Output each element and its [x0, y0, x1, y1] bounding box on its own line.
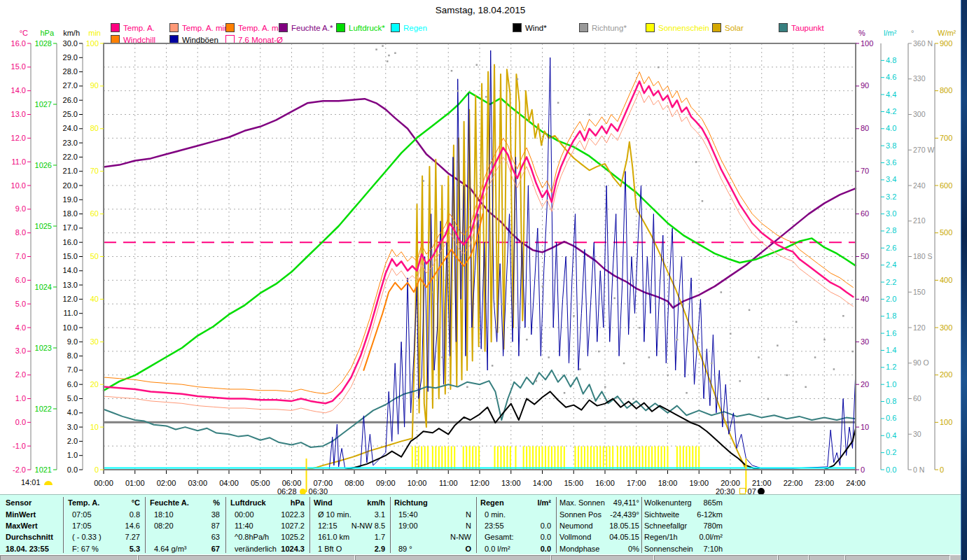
svg-text:100: 100 [861, 39, 873, 48]
svg-text:min: min [88, 29, 101, 37]
svg-text:0.2: 0.2 [886, 448, 896, 456]
table-cell-value: N [401, 510, 471, 519]
svg-text:70: 70 [861, 167, 869, 175]
info-value: 49,411° [569, 498, 639, 507]
svg-text:4.0: 4.0 [886, 124, 896, 132]
axis-°: 0 N306090 O120150180 S210240270 W3003303… [908, 29, 934, 474]
svg-text:16.0: 16.0 [63, 238, 78, 246]
info-value: 780m [653, 522, 723, 530]
svg-text:40: 40 [90, 295, 99, 303]
svg-text:18:00: 18:00 [658, 479, 678, 487]
table-row-label: Sensor [6, 498, 32, 507]
table-cell-value: 1022.3 [235, 510, 305, 519]
svg-text:240: 240 [913, 181, 926, 190]
info-value: 6-12km [653, 510, 723, 519]
table-cell-value: N-NW 8.5 [315, 522, 385, 530]
svg-text:05:00: 05:00 [251, 479, 270, 487]
svg-text:330: 330 [913, 74, 926, 83]
svg-text:9.0: 9.0 [15, 204, 26, 213]
svg-text:17:00: 17:00 [627, 479, 646, 487]
svg-text:24.0: 24.0 [63, 124, 78, 132]
svg-text:-2.0: -2.0 [13, 465, 26, 474]
svg-text:25.0: 25.0 [63, 110, 78, 118]
svg-text:90 O: 90 O [913, 358, 929, 367]
info-value: 18.05.15 [569, 522, 639, 530]
series-windb-en [329, 50, 856, 470]
svg-text:0: 0 [861, 465, 865, 474]
svg-text:08:00: 08:00 [345, 479, 364, 487]
svg-text:1.2: 1.2 [886, 363, 896, 371]
stats-table: SensorMinWertMaxWertDurchschnitt18.04. 2… [0, 494, 961, 555]
svg-text:11.0: 11.0 [11, 158, 26, 166]
table-row-label: MinWert [6, 510, 36, 519]
svg-text:10: 10 [90, 423, 99, 431]
table-cell-value: 1024.3 [235, 545, 305, 553]
table-cell-value: 14.6 [70, 522, 140, 530]
x-axis: 00:0001:0002:0003:0004:0005:0006:0007:00… [94, 470, 865, 487]
table-cell-value: 0.0 [481, 533, 551, 541]
svg-text:10.0: 10.0 [11, 181, 26, 190]
status-segment [0, 555, 138, 560]
svg-text:04:00: 04:00 [219, 479, 239, 487]
svg-text:270 W: 270 W [913, 146, 934, 154]
svg-text:11.0: 11.0 [63, 309, 78, 317]
table-cell-value: 1025.2 [235, 533, 305, 541]
table-cell-value: 0.8 [70, 510, 140, 519]
axis-°C: -2.0-1.00.01.02.03.04.05.06.07.08.09.010… [11, 29, 31, 474]
svg-text:l/m²: l/m² [884, 29, 897, 37]
table-group-unit: l/m² [481, 498, 551, 507]
svg-text:12.0: 12.0 [63, 295, 78, 303]
svg-text:1.4: 1.4 [886, 346, 896, 354]
svg-text:km/h: km/h [63, 29, 80, 37]
status-segment [551, 555, 654, 560]
svg-text:400: 400 [940, 276, 952, 284]
svg-text:1027: 1027 [35, 100, 52, 108]
svg-text:1.6: 1.6 [886, 329, 896, 337]
svg-text:19:00: 19:00 [689, 479, 709, 487]
svg-text:7.0: 7.0 [15, 252, 26, 260]
svg-text:7.0: 7.0 [67, 365, 78, 374]
svg-text:3.6: 3.6 [886, 158, 896, 167]
svg-text:5.0: 5.0 [15, 300, 26, 308]
weather-chart: -2.0-1.00.01.02.03.04.05.06.07.08.09.010… [0, 0, 967, 493]
svg-text:360 N: 360 N [913, 39, 933, 48]
svg-text:24:00: 24:00 [846, 479, 865, 487]
table-cell-value: 3.1 [315, 510, 385, 519]
svg-text:17.0: 17.0 [63, 223, 78, 232]
svg-text:14.0: 14.0 [63, 266, 78, 274]
svg-text:15.0: 15.0 [11, 62, 26, 71]
svg-text:2.6: 2.6 [886, 244, 896, 252]
svg-text:120: 120 [913, 323, 926, 332]
svg-text:3.0: 3.0 [886, 209, 896, 218]
svg-text:3.8: 3.8 [886, 141, 896, 150]
table-group-unit: km/h [315, 498, 385, 507]
table-separator [476, 497, 478, 553]
table-group-unit: °C [70, 498, 140, 507]
svg-text:1025: 1025 [35, 222, 52, 230]
axis-kmh: 0.01.02.03.04.05.06.07.08.09.010.011.012… [63, 29, 83, 474]
table-cell-value: 2.9 [315, 545, 385, 553]
info-value: 0% [569, 545, 639, 553]
svg-text:16.0: 16.0 [11, 39, 26, 48]
svg-text:23:00: 23:00 [814, 479, 834, 487]
svg-text:80: 80 [861, 124, 869, 132]
day-length-label: 14:01 [21, 478, 41, 486]
svg-text:13.0: 13.0 [63, 281, 78, 289]
svg-text:1.0: 1.0 [886, 380, 896, 388]
svg-text:100: 100 [86, 39, 99, 48]
svg-text:1028: 1028 [35, 39, 52, 48]
svg-text:21.0: 21.0 [63, 167, 78, 175]
svg-text:0: 0 [95, 465, 99, 474]
svg-text:2.0: 2.0 [67, 437, 78, 445]
table-separator [309, 497, 311, 553]
svg-text:1022: 1022 [35, 405, 52, 413]
table-cell-time: 0 min. [485, 510, 506, 519]
svg-text:0.8: 0.8 [886, 397, 896, 405]
svg-text:2.0: 2.0 [15, 370, 26, 379]
svg-text:10: 10 [861, 423, 869, 431]
status-segment [138, 555, 355, 560]
svg-text:150: 150 [913, 288, 926, 296]
svg-text:11:00: 11:00 [439, 479, 458, 487]
svg-text:70: 70 [90, 167, 99, 175]
svg-text:0.0: 0.0 [886, 465, 896, 474]
